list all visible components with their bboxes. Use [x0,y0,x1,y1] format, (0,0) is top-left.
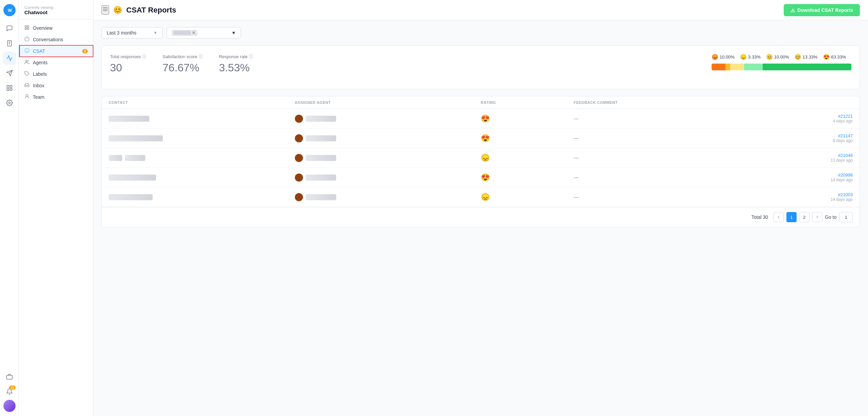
labels-icon [24,71,29,77]
svg-text:W: W [8,8,12,13]
feedback-cell: --- [574,155,760,161]
sidebar-labels-label: Labels [33,71,47,77]
sidebar-item-conversations[interactable]: Conversations [19,34,93,45]
remove-agent-tag-button[interactable]: ✕ [192,30,195,35]
link-cell: #21046 13 days ago [760,153,853,163]
agent-filter[interactable]: ✕ ▼ [167,27,241,39]
agent-cell [295,134,481,142]
rating-excellent: 😍 63.33% [823,54,846,60]
sidebar-inbox-label: Inbox [33,83,44,88]
svg-rect-11 [6,375,12,379]
neutral-bar [730,64,744,70]
rating-cell: 😞 [481,193,574,202]
agent-avatar-icon [295,134,303,142]
col-agent: ASSIGNED AGENT [295,100,481,105]
goto-label: Go to [825,214,837,220]
hamburger-button[interactable] [102,5,109,15]
svg-rect-13 [27,26,29,27]
very-bad-emoji: 😡 [712,54,718,60]
agent-filter-chevron-icon: ▼ [231,30,236,36]
total-responses-info-icon[interactable]: ⓘ [142,54,146,60]
rating-very-bad: 😡 10.00% [712,54,735,60]
svg-rect-7 [10,86,12,88]
feedback-cell: --- [574,194,760,200]
svg-rect-12 [25,26,26,27]
table-row: 😞 --- #21046 13 days ago [102,148,860,168]
satisfaction-score-value: 76.67% [162,62,203,74]
settings-nav-icon[interactable] [3,96,16,110]
conversation-link[interactable]: #21046 [760,153,853,158]
sidebar-item-agents[interactable]: Agents [19,57,93,68]
contacts-nav-icon[interactable] [3,37,16,50]
workspace-label: Currently viewing: [24,5,88,9]
sidebar-item-inbox[interactable]: Inbox [19,80,93,91]
col-feedback: FEEDBACK COMMENT [574,100,760,105]
devices-nav-icon[interactable] [3,370,16,384]
notification-bell-icon[interactable]: 25 [3,385,16,398]
download-csat-button[interactable]: Download CSAT Reports [784,4,860,16]
content-area: Last 3 months ▼ ✕ ▼ Total responses ⓘ [93,20,868,416]
date-range-filter[interactable]: Last 3 months ▼ [102,27,162,39]
agent-cell [295,115,481,123]
link-cell: #21221 4 days ago [760,114,853,123]
agent-avatar-icon [295,115,303,123]
sidebar-item-csat[interactable]: CSAT 2 [19,45,93,57]
goto-input[interactable] [839,212,853,222]
sidebar-item-overview[interactable]: Overview [19,22,93,34]
feedback-cell: --- [574,175,760,180]
conversation-link[interactable]: #21221 [760,114,853,119]
link-cell: #20998 14 days ago [760,172,853,182]
agent-avatar-icon [295,154,303,162]
rating-cell: 😍 [481,114,574,123]
page-1-button[interactable]: 1 [786,212,797,222]
sidebar-item-team[interactable]: Team [19,91,93,103]
time-ago: 13 days ago [760,158,853,163]
agents-icon [24,60,29,66]
conversation-link[interactable]: #21003 [760,192,853,197]
agent-cell [295,193,481,201]
date-range-chevron-icon: ▼ [153,30,157,35]
agent-avatar-icon [295,193,303,201]
response-rate-info-icon[interactable]: ⓘ [249,54,253,60]
conversations-icon [24,37,29,43]
conversation-link[interactable]: #20998 [760,172,853,178]
app-logo[interactable]: W [3,4,16,16]
satisfaction-score-label: Satisfaction score [162,54,197,59]
feedback-cell: --- [574,136,760,141]
sidebar-item-labels[interactable]: Labels [19,68,93,80]
excellent-percent: 63.33% [831,54,846,60]
sidebar-csat-label: CSAT [33,48,45,54]
time-ago: 4 days ago [760,119,853,123]
sidebar-agents-label: Agents [33,60,48,65]
page-2-button[interactable]: 2 [799,212,809,222]
prev-page-button[interactable] [774,212,784,222]
conversations-nav-icon[interactable] [3,22,16,35]
main-content: 😊 CSAT Reports Download CSAT Reports Las… [93,0,868,416]
response-rate-value: 3.53% [219,62,253,74]
sidebar-team-label: Team [33,94,44,100]
reports-nav-icon[interactable] [3,51,16,65]
campaigns-nav-icon[interactable] [3,66,16,80]
sidebar-conversations-label: Conversations [33,37,63,42]
svg-rect-2 [7,41,12,46]
user-avatar[interactable] [3,400,16,412]
agent-cell [295,174,481,182]
date-range-label: Last 3 months [107,30,136,36]
svg-point-18 [25,60,27,62]
table-header: CONTACT ASSIGNED AGENT RATING FEEDBACK C… [102,96,860,109]
csat-icon [24,48,29,54]
col-contact: CONTACT [109,100,295,105]
integrations-nav-icon[interactable] [3,81,16,95]
table-row: 😍 --- #21147 8 days ago [102,129,860,148]
satisfaction-score-info-icon[interactable]: ⓘ [199,54,203,60]
rating-good: 😊 13.33% [795,54,818,60]
col-rating: RATING [481,100,574,105]
conversation-link[interactable]: #21147 [760,133,853,138]
stats-row: Total responses ⓘ 30 Satisfaction score … [110,54,851,74]
agent-cell [295,154,481,162]
workspace-name: Chatwoot [24,9,88,15]
bad-emoji: 😞 [740,54,747,60]
next-page-button[interactable] [812,212,822,222]
response-rate-label: Response rate [219,54,248,59]
csat-badge: 2 [82,49,88,53]
